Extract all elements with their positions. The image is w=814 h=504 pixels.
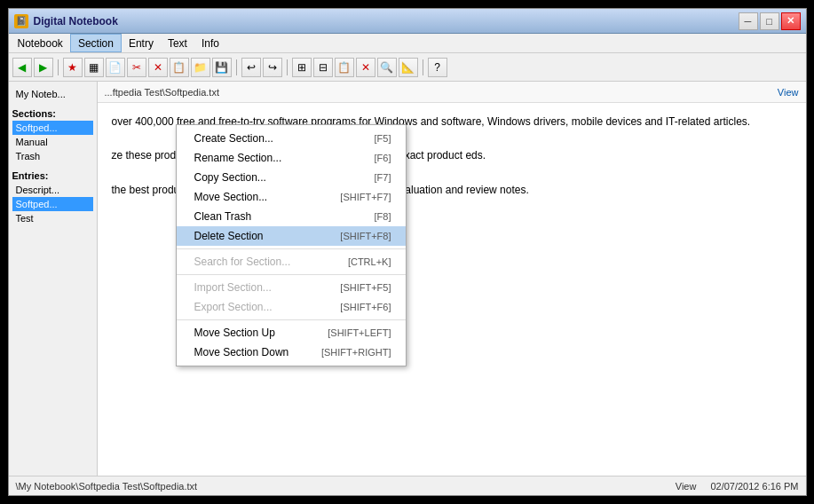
- help-button[interactable]: ?: [428, 58, 447, 77]
- main-window: 📓 Digital Notebook ─ □ ✕ Notebook Sectio…: [8, 8, 807, 496]
- cut-button[interactable]: ✂: [127, 58, 146, 77]
- app-icon: 📓: [14, 14, 28, 28]
- folder-button[interactable]: 📁: [191, 58, 210, 77]
- section-softpedia[interactable]: Softped...: [12, 121, 93, 135]
- menu-rename-section[interactable]: Rename Section... [F6]: [177, 148, 406, 168]
- view-button[interactable]: View: [778, 87, 799, 98]
- remove-button[interactable]: ✕: [356, 58, 375, 77]
- minimize-button[interactable]: ─: [739, 12, 758, 30]
- content-path-bar: ...ftpedia Test\Softpedia.txt View: [98, 82, 806, 103]
- menu-entry[interactable]: Entry: [122, 34, 161, 52]
- sections-label: Sections:: [12, 108, 93, 119]
- section-dropdown-menu: Create Section... [F5] Rename Section...…: [176, 124, 407, 366]
- layout2-button[interactable]: ⊟: [313, 58, 333, 77]
- entries-label: Entries:: [12, 170, 93, 181]
- menu-create-section[interactable]: Create Section... [F5]: [177, 129, 406, 148]
- copy-button[interactable]: 📋: [335, 58, 354, 77]
- section-manual[interactable]: Manual: [12, 135, 93, 149]
- status-view: View: [676, 481, 697, 492]
- menu-move-section-up[interactable]: Move Section Up [SHIFT+LEFT]: [177, 323, 406, 343]
- layout1-button[interactable]: ⊞: [292, 58, 312, 77]
- status-bar: \My Notebook\Softpedia Test\Softpedia.tx…: [9, 476, 806, 495]
- section-trash[interactable]: Trash: [12, 149, 93, 163]
- status-path: \My Notebook\Softpedia Test\Softpedia.tx…: [16, 481, 198, 492]
- save-button[interactable]: 💾: [212, 58, 232, 77]
- entry-softpedia[interactable]: Softped...: [12, 197, 93, 211]
- menu-import-section: Import Section... [SHIFT+F5]: [177, 278, 406, 297]
- menu-search-section: Search for Section... [CTRL+K]: [177, 252, 406, 272]
- entry-test[interactable]: Test: [12, 211, 93, 225]
- menu-bar: Notebook Section Entry Text Info: [9, 34, 806, 53]
- redo-button[interactable]: ↪: [263, 58, 282, 77]
- menu-move-section-down[interactable]: Move Section Down [SHIFT+RIGHT]: [177, 343, 406, 362]
- open-button[interactable]: 📄: [106, 58, 125, 77]
- title-bar: 📓 Digital Notebook ─ □ ✕: [9, 9, 806, 34]
- toolbar-separator-4: [423, 59, 423, 75]
- entry-description[interactable]: Descript...: [12, 183, 93, 197]
- toolbar-separator-2: [236, 59, 237, 75]
- undo-button[interactable]: ↩: [241, 58, 261, 77]
- menu-section[interactable]: Section: [70, 34, 122, 52]
- menu-separator-3: [177, 319, 406, 320]
- menu-move-section[interactable]: Move Section... [SHIFT+F7]: [177, 187, 406, 207]
- window-title: Digital Notebook: [34, 15, 739, 28]
- menu-delete-section[interactable]: Delete Section [SHIFT+F8]: [177, 226, 406, 246]
- title-bar-buttons: ─ □ ✕: [739, 12, 801, 30]
- close-button[interactable]: ✕: [781, 12, 801, 30]
- new-entry-button[interactable]: ★: [63, 58, 83, 77]
- toolbar-separator-3: [287, 59, 288, 75]
- menu-copy-section[interactable]: Copy Section... [F7]: [177, 168, 406, 187]
- paste-button[interactable]: 📋: [170, 58, 189, 77]
- menu-export-section: Export Section... [SHIFT+F6]: [177, 297, 406, 317]
- menu-notebook[interactable]: Notebook: [11, 34, 70, 52]
- content-area: ...ftpedia Test\Softpedia.txt View over …: [98, 82, 806, 476]
- menu-clean-trash[interactable]: Clean Trash [F8]: [177, 207, 406, 226]
- toolbar-separator-1: [58, 59, 59, 75]
- delete-button[interactable]: ✕: [148, 58, 168, 77]
- status-datetime: 02/07/2012 6:16 PM: [710, 481, 798, 492]
- search-button[interactable]: 🔍: [377, 58, 397, 77]
- maximize-button[interactable]: □: [760, 12, 779, 30]
- main-area: My Noteb... Sections: Softped... Manual …: [9, 82, 806, 476]
- menu-info[interactable]: Info: [194, 34, 226, 52]
- grid-button[interactable]: ▦: [84, 58, 104, 77]
- properties-button[interactable]: 📐: [399, 58, 418, 77]
- sidebar: My Noteb... Sections: Softped... Manual …: [9, 82, 98, 476]
- content-path: ...ftpedia Test\Softpedia.txt: [105, 87, 219, 98]
- back-button[interactable]: ◀: [12, 58, 32, 77]
- status-right: View 02/07/2012 6:16 PM: [676, 481, 799, 492]
- forward-button[interactable]: ▶: [34, 58, 53, 77]
- menu-separator-2: [177, 274, 406, 275]
- menu-text[interactable]: Text: [161, 34, 194, 52]
- menu-separator-1: [177, 248, 406, 249]
- toolbar: ◀ ▶ ★ ▦ 📄 ✂ ✕ 📋 📁 💾 ↩ ↪ ⊞ ⊟ 📋 ✕ 🔍 📐 ?: [9, 53, 806, 82]
- sections-group: Sections: Softped... Manual Trash: [12, 108, 93, 163]
- notebook-item[interactable]: My Noteb...: [12, 87, 93, 101]
- entries-group: Entries: Descript... Softped... Test: [12, 170, 93, 225]
